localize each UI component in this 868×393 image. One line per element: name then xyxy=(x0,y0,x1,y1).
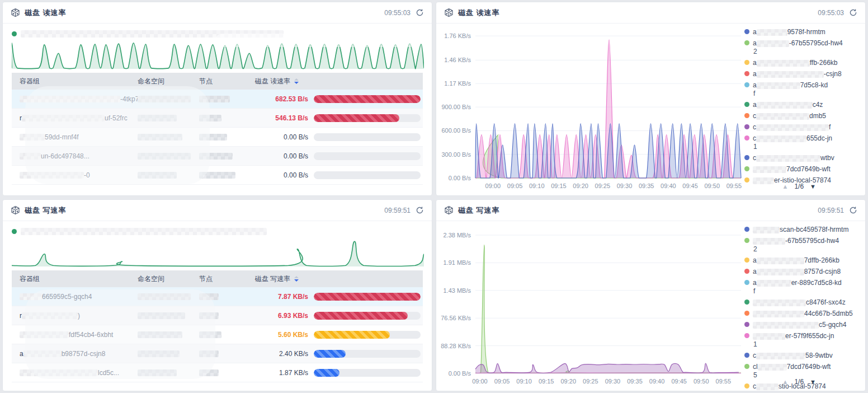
legend-item[interactable]: a7dffb-266kb xyxy=(744,256,861,265)
legend-item[interactable]: scan-bc459578f-hrmtm xyxy=(744,226,861,234)
sparkline-legend xyxy=(12,29,423,38)
legend-item[interactable]: 44c667b-5dmb5 xyxy=(744,310,861,318)
table-row[interactable]: r)6.93 KB/s xyxy=(12,306,423,325)
refresh-icon[interactable] xyxy=(849,8,857,17)
refresh-icon[interactable] xyxy=(416,8,424,17)
table-row[interactable]: -4tkp7682.53 B/s xyxy=(12,90,423,109)
svg-text:09:20: 09:20 xyxy=(573,183,588,189)
legend-item[interactable]: c5-gqch4 xyxy=(744,321,861,329)
legend-item[interactable]: er-57f9f655dc-jn1 xyxy=(744,332,861,349)
panel-disk-read-chart: 磁盘 读速率 09:55:03 0.00 B/s300.00 B/s600.00… xyxy=(436,2,866,196)
legend-item[interactable]: a-67b55795cd-hw42 xyxy=(744,39,861,56)
page-up-icon[interactable]: ▲ xyxy=(782,183,789,190)
series-dot xyxy=(744,166,749,171)
privacy-blur xyxy=(199,96,230,102)
legend-item[interactable]: a9578f-hrmtm xyxy=(744,28,861,36)
namespace-cell xyxy=(138,331,199,339)
legend-item[interactable]: a-csjn8 xyxy=(744,70,861,78)
legend-item[interactable]: c8476f-sxc4z xyxy=(744,298,861,307)
rate-value: 1.87 KB/s xyxy=(255,369,308,377)
svg-text:09:55: 09:55 xyxy=(727,183,742,189)
refresh-icon[interactable] xyxy=(849,206,857,214)
table-row[interactable]: fdf54cb4-6xbht5.60 KB/s xyxy=(12,325,423,344)
svg-text:09:20: 09:20 xyxy=(560,378,576,385)
legend-item[interactable]: -67b55795cd-hw42 xyxy=(744,237,861,254)
series-dot xyxy=(12,229,17,234)
series-dot xyxy=(744,155,749,160)
series-dot xyxy=(744,280,749,285)
panel-header: 磁盘 读速率 09:55:03 xyxy=(3,2,432,24)
svg-text:09:10: 09:10 xyxy=(529,183,545,189)
table-header-row: 容器组 命名空间 节点 磁盘 读速率 xyxy=(12,73,423,90)
pod-cell: r) xyxy=(12,312,138,320)
svg-text:1.43 MB/s: 1.43 MB/s xyxy=(443,287,471,294)
page-down-icon[interactable]: ▼ xyxy=(810,183,816,190)
privacy-blur xyxy=(757,82,800,89)
legend-item[interactable]: cdmb5 xyxy=(744,112,861,120)
rate-value: 682.53 B/s xyxy=(255,95,308,103)
legend-label: a-csjn8 xyxy=(753,70,842,78)
chart-legend: scan-bc459578f-hrmtm-67b55795cd-hw42a7df… xyxy=(744,226,861,391)
legend-label: c5-gqch4 xyxy=(753,321,846,329)
legend-item[interactable]: cwtbv xyxy=(744,154,861,162)
refresh-time: 09:59:51 xyxy=(818,207,844,214)
legend-label: c8476f-sxc4z xyxy=(753,298,846,307)
node-cell xyxy=(199,95,255,103)
privacy-blur xyxy=(199,172,235,179)
legend-item[interactable]: a7d5c8-kdf xyxy=(744,81,861,98)
privacy-blur xyxy=(138,115,177,121)
privacy-blur xyxy=(199,312,219,319)
privacy-blur xyxy=(756,353,805,359)
pod-cell: -0 xyxy=(12,171,138,179)
svg-text:09:35: 09:35 xyxy=(627,378,643,385)
table-row[interactable]: ruf-52frc546.13 B/s xyxy=(12,109,423,128)
privacy-blur xyxy=(756,113,809,120)
svg-text:09:15: 09:15 xyxy=(539,378,554,385)
svg-text:09:10: 09:10 xyxy=(516,378,532,385)
refresh-icon[interactable] xyxy=(416,206,424,214)
privacy-blur xyxy=(23,350,62,357)
node-cell xyxy=(199,293,255,301)
privacy-blur xyxy=(20,369,98,376)
legend-pager: ▲ 1/6 ▼ xyxy=(782,378,816,386)
cube-icon xyxy=(444,205,454,215)
privacy-blur xyxy=(199,350,219,357)
legend-item[interactable]: 7dcd7649b-wft xyxy=(744,165,861,174)
legend-item[interactable]: c655dc-jn1 xyxy=(744,134,861,151)
privacy-blur xyxy=(753,227,780,233)
legend-item[interactable]: cl7dcd7649b-wft5 xyxy=(744,363,861,380)
table-row[interactable]: lcd5c...1.87 KB/s xyxy=(12,363,423,382)
table-row[interactable]: 59dd-mnf4f0.00 B/s xyxy=(12,128,423,147)
sort-icon[interactable] xyxy=(294,78,299,84)
legend-label: a8757d-csjn8 xyxy=(753,268,841,276)
pod-cell: 665959c5-gqch4 xyxy=(12,293,138,301)
privacy-blur xyxy=(753,177,774,184)
svg-text:09:25: 09:25 xyxy=(583,378,598,385)
legend-item[interactable]: a8757d-csjn8 xyxy=(744,268,861,276)
table-row[interactable]: ab98757d-csjn82.40 KB/s xyxy=(12,344,423,363)
legend-item[interactable]: c58-9wtbv xyxy=(744,352,861,360)
sort-icon[interactable] xyxy=(294,276,299,282)
dashboard-grid: 磁盘 读速率 09:55:03 容器组 命名空间 节点 磁盘 读速率 xyxy=(0,0,868,393)
privacy-blur xyxy=(757,40,789,47)
page-up-icon[interactable]: ▲ xyxy=(782,378,789,385)
series-dot xyxy=(744,71,749,76)
privacy-blur xyxy=(757,60,810,67)
legend-item[interactable]: aer-889c7d5c8-kdf xyxy=(744,279,861,296)
privacy-blur xyxy=(758,364,787,371)
series-dot xyxy=(744,353,749,358)
table-row[interactable]: 665959c5-gqch47.87 KB/s xyxy=(12,287,423,306)
privacy-blur xyxy=(138,153,191,160)
table-row[interactable]: -00.00 B/s xyxy=(12,166,423,185)
series-dot xyxy=(744,258,749,263)
panel-disk-write-chart: 磁盘 写速率 09:59:51 0.00 B/s488.28 KB/s976.5… xyxy=(436,199,866,391)
privacy-blur xyxy=(753,333,785,340)
series-dot xyxy=(744,269,749,274)
legend-item[interactable]: ac4z xyxy=(744,101,861,109)
page-down-icon[interactable]: ▼ xyxy=(810,378,816,385)
legend-item[interactable]: cf xyxy=(744,123,861,132)
table-row[interactable]: un-6dc497848...0.00 B/s xyxy=(12,147,423,166)
rate-bar xyxy=(314,350,421,358)
legend-item[interactable]: affb-266kb xyxy=(744,59,861,67)
series-dot xyxy=(744,102,749,107)
